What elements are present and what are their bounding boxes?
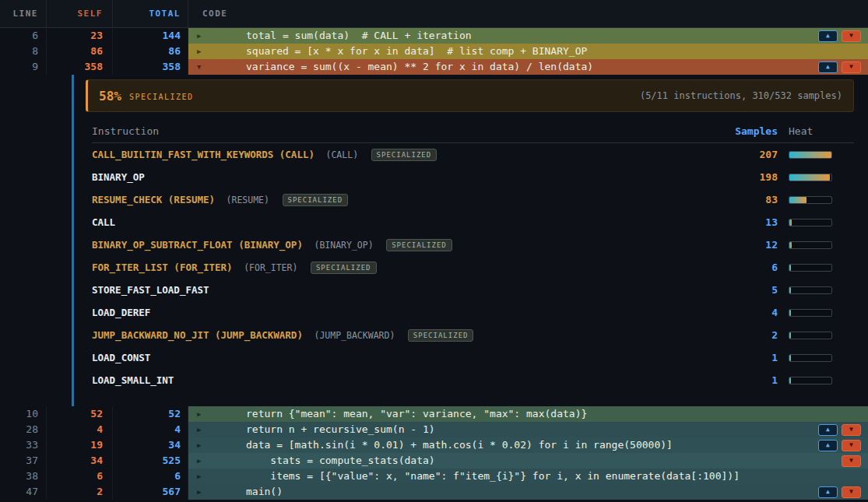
code-cell[interactable]: ▶ stats = compute_stats(data) ▼ <box>188 453 868 469</box>
code-row[interactable]: 37 34 525 ▶ stats = compute_stats(data) … <box>0 453 868 469</box>
instruction-name-cell: BINARY_OP_SUBTRACT_FLOAT (BINARY_OP) (BI… <box>92 239 692 251</box>
samples-value: 4 <box>692 307 778 318</box>
disclosure-icon[interactable]: ▶ <box>188 469 246 484</box>
heat-bar-track <box>789 196 832 204</box>
code-row[interactable]: 28 4 4 ▶ return n + recursive_sum(n - 1)… <box>0 422 868 437</box>
row-buttons: ▲ ▼ <box>818 440 868 451</box>
disclosure-icon[interactable]: ▶ <box>188 44 246 59</box>
code-cell[interactable]: ▶ squared = [x * x for x in data] # list… <box>188 44 868 59</box>
samples-value: 207 <box>692 149 778 160</box>
line-number: 6 <box>0 28 47 44</box>
instruction-name: CALL_BUILTIN_FAST_WITH_KEYWORDS (CALL) <box>92 149 315 160</box>
code-cell[interactable]: ▼ variance = sum((x - mean) ** 2 for x i… <box>188 59 868 75</box>
code-cell[interactable]: ▶ data = [math.sin(i * 0.01) + math.cos(… <box>188 437 868 453</box>
instruction-row: FOR_ITER_LIST (FOR_ITER) (FOR_ITER) SPEC… <box>92 256 854 279</box>
code-cell[interactable]: ▶ main() ▲ ▼ <box>188 484 868 500</box>
code-text: variance = sum((x - mean) ** 2 for x in … <box>246 59 593 75</box>
code-rows-bottom: 10 52 52 ▶ return {"mean": mean, "var": … <box>0 406 868 500</box>
code-cell[interactable]: ▶ items = [{"value": x, "name": f"item_{… <box>188 469 868 484</box>
down-button[interactable]: ▼ <box>842 440 861 451</box>
heat-bar-track <box>789 286 832 294</box>
specialized-badge: SPECIALIZED <box>283 194 349 206</box>
code-cell[interactable]: ▶ return n + recursive_sum(n - 1) ▲ ▼ <box>188 422 868 437</box>
code-cell[interactable]: ▶ return {"mean": mean, "var": variance,… <box>188 406 868 422</box>
code-row[interactable]: 10 52 52 ▶ return {"mean": mean, "var": … <box>0 406 868 422</box>
disclosure-icon[interactable]: ▶ <box>188 28 246 44</box>
total-value: 34 <box>113 437 188 453</box>
disclosure-icon[interactable]: ▶ <box>188 422 246 437</box>
header-instruction: Instruction <box>92 125 692 137</box>
heat-bar-fill <box>789 377 791 384</box>
heat-bar-fill <box>789 219 792 226</box>
heat-cell <box>778 309 854 317</box>
down-button[interactable]: ▼ <box>842 30 861 42</box>
up-button[interactable]: ▲ <box>818 486 838 498</box>
heat-bar-fill <box>789 355 791 361</box>
instruction-name-cell: BINARY_OP <box>92 171 692 183</box>
instruction-name: LOAD_SMALL_INT <box>92 374 174 386</box>
instruction-name: CALL <box>92 216 115 228</box>
code-text: total = sum(data) # CALL + iteration <box>246 28 472 44</box>
self-value: 6 <box>47 469 113 484</box>
code-row[interactable]: 33 19 34 ▶ data = [math.sin(i * 0.01) + … <box>0 437 868 453</box>
instruction-row: CALL 13 <box>92 211 854 233</box>
code-row[interactable]: 8 86 86 ▶ squared = [x * x for x in data… <box>0 44 868 59</box>
disclosure-icon[interactable]: ▶ <box>188 437 246 453</box>
instruction-name-cell: FOR_ITER_LIST (FOR_ITER) (FOR_ITER) SPEC… <box>92 262 692 274</box>
down-button[interactable]: ▼ <box>842 455 861 467</box>
disclosure-icon[interactable]: ▼ <box>188 59 246 75</box>
line-number: 47 <box>0 484 47 500</box>
instruction-table-header: Instruction Samples Heat <box>92 120 854 143</box>
self-value: 34 <box>47 453 113 469</box>
disclosure-icon[interactable]: ▶ <box>188 406 246 422</box>
code-row[interactable]: 6 23 144 ▶ total = sum(data) # CALL + it… <box>0 28 868 44</box>
up-button[interactable]: ▲ <box>818 424 838 436</box>
line-number: 28 <box>0 422 47 437</box>
self-value: 19 <box>47 437 113 453</box>
heat-bar-track <box>789 174 832 181</box>
instruction-name: RESUME_CHECK (RESUME) <box>92 194 215 205</box>
heat-cell <box>778 354 854 362</box>
table-header: LINE SELF TOTAL CODE <box>0 0 868 28</box>
panel-content: 58% SPECIALIZED (5/11 instructions, 310/… <box>86 75 854 391</box>
down-button[interactable]: ▼ <box>842 424 861 436</box>
instruction-row: LOAD_CONST 1 <box>92 346 854 369</box>
code-row[interactable]: 9 358 358 ▼ variance = sum((x - mean) **… <box>0 59 868 75</box>
code-cell[interactable]: ▶ total = sum(data) # CALL + iteration ▲… <box>188 28 868 44</box>
up-button[interactable]: ▲ <box>818 30 838 42</box>
samples-value: 1 <box>692 352 778 363</box>
disclosure-icon[interactable]: ▶ <box>188 453 246 469</box>
expansion-indicator-line <box>72 75 74 406</box>
code-text: return {"mean": mean, "var": variance, "… <box>246 406 587 422</box>
heat-bar-fill <box>789 197 807 203</box>
instruction-row: BINARY_OP 198 <box>92 166 854 188</box>
self-value: 2 <box>47 484 113 500</box>
up-button[interactable]: ▲ <box>818 61 838 73</box>
down-button[interactable]: ▼ <box>842 486 861 498</box>
heat-cell <box>778 332 854 339</box>
code-text: squared = [x * x for x in data] # list c… <box>246 44 587 59</box>
instruction-row: RESUME_CHECK (RESUME) (RESUME) SPECIALIZ… <box>92 188 854 211</box>
instruction-base-name: (CALL) <box>326 149 359 160</box>
total-value: 567 <box>113 484 188 500</box>
specialization-summary: 58% SPECIALIZED (5/11 instructions, 310/… <box>86 79 854 112</box>
code-row[interactable]: 47 2 567 ▶ main() ▲ ▼ <box>0 484 868 500</box>
code-row[interactable]: 38 6 6 ▶ items = [{"value": x, "name": f… <box>0 469 868 484</box>
column-header-total: TOTAL <box>113 0 188 27</box>
down-button[interactable]: ▼ <box>842 61 861 73</box>
instruction-row: CALL_BUILTIN_FAST_WITH_KEYWORDS (CALL) (… <box>92 143 854 166</box>
specialized-badge: SPECIALIZED <box>311 262 377 274</box>
heat-cell <box>778 286 854 294</box>
code-text: items = [{"value": x, "name": f"item_{i}… <box>246 469 740 484</box>
specialization-detail: (5/11 instructions, 310/532 samples) <box>640 90 842 101</box>
heat-bar-track <box>789 354 832 362</box>
specialized-badge: SPECIALIZED <box>371 149 438 161</box>
total-value: 6 <box>113 469 188 484</box>
instruction-name: LOAD_CONST <box>92 352 150 363</box>
disclosure-icon[interactable]: ▶ <box>188 484 246 500</box>
heat-cell <box>778 377 854 384</box>
heat-cell <box>778 151 854 159</box>
up-button[interactable]: ▲ <box>818 440 838 451</box>
heat-bar-track <box>789 151 832 159</box>
line-number: 9 <box>0 59 47 75</box>
